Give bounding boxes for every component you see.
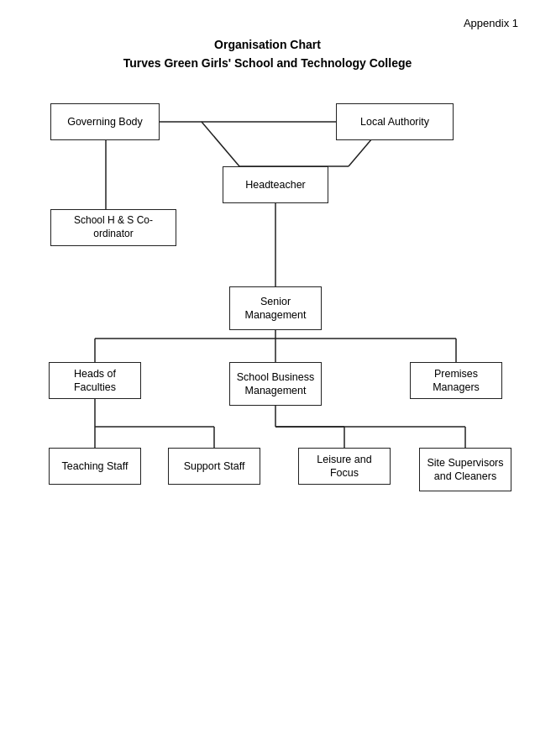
leisure-focus-box: Leisure and Focus <box>298 448 391 485</box>
senior-mgmt-box: Senior Management <box>229 286 322 330</box>
teaching-staff-box: Teaching Staff <box>49 448 141 485</box>
school-business-box: School Business Management <box>229 362 322 406</box>
svg-line-3 <box>202 122 239 166</box>
chart-subtitle: Turves Green Girls' School and Technolog… <box>17 56 518 70</box>
heads-faculties-box: Heads of Faculties <box>49 362 141 399</box>
site-supervisors-box: Site Supervisors and Cleaners <box>419 448 511 491</box>
support-staff-box: Support Staff <box>168 448 260 485</box>
headteacher-box: Headteacher <box>223 166 328 203</box>
appendix-label: Appendix 1 <box>17 17 518 29</box>
school-hs-box: School H & S Co-ordinator <box>50 209 176 246</box>
premises-managers-box: Premises Managers <box>410 362 502 399</box>
local-authority-box: Local Authority <box>336 103 454 140</box>
governing-body-box: Governing Body <box>50 103 160 140</box>
org-chart: Governing Body Local Authority Headteach… <box>17 78 518 515</box>
chart-title: Organisation Chart <box>17 38 518 51</box>
